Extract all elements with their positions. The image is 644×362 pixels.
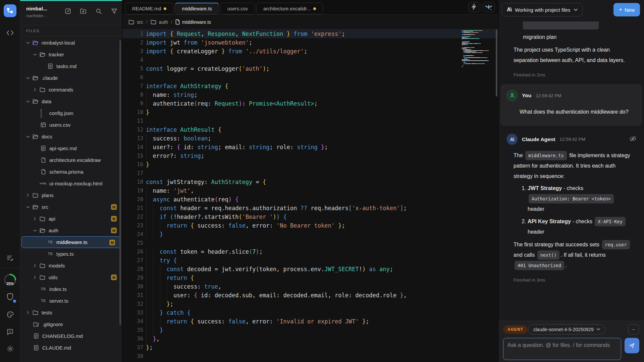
code-line-10[interactable]: 10}	[122, 108, 498, 117]
tree-folder-tracker[interactable]: tracker	[20, 49, 122, 60]
composer-more-button[interactable]: --	[628, 324, 639, 335]
security-shield-icon[interactable]	[0, 290, 20, 303]
tree-file-config.json[interactable]: { }config.json	[20, 107, 122, 119]
chevron-down-icon[interactable]	[25, 100, 30, 103]
chevron-down-icon[interactable]	[25, 135, 30, 138]
tree-folder-tests[interactable]: tests	[20, 307, 122, 318]
code-line-27[interactable]: 27 try {	[122, 256, 498, 265]
chevron-down-icon[interactable]	[33, 53, 37, 56]
code-line-32[interactable]: 32 };	[122, 300, 498, 308]
sidebar-scrollbar[interactable]	[119, 40, 121, 325]
app-logo[interactable]	[4, 4, 16, 17]
breadcrumb-src[interactable]: src	[128, 19, 143, 25]
feedback-icon[interactable]	[0, 325, 20, 339]
code-line-37[interactable]: 37};	[122, 343, 498, 352]
chevron-right-icon[interactable]	[33, 264, 37, 267]
tree-folder-plans[interactable]: plans	[20, 189, 122, 201]
context-usage-ring[interactable]: 25%	[0, 273, 20, 287]
model-selector[interactable]: claude-sonnet-4-5-20250929	[528, 324, 605, 335]
settings-gear-icon[interactable]	[0, 342, 20, 355]
tab-architecture.excalidr...[interactable]: architecture.excalidr...	[256, 3, 323, 14]
edits-log-icon[interactable]	[0, 251, 20, 265]
tab-users.csv[interactable]: users.csv	[220, 3, 255, 14]
breadcrumb-middleware.ts[interactable]: middleware.ts	[175, 19, 211, 25]
code-line-22[interactable]: 22 if (!header?.startsWith('Bearer ')) {	[122, 213, 498, 221]
tab-middleware.ts[interactable]: middleware.ts	[175, 3, 219, 14]
tree-file-.gitignore[interactable]: .gitignore	[20, 318, 122, 330]
more-actions-icon[interactable]: •••	[485, 3, 493, 10]
code-line-13[interactable]: 13 success: boolean;	[122, 134, 498, 143]
search-icon[interactable]	[95, 8, 102, 14]
tree-file-index.ts[interactable]: TSindex.ts	[20, 283, 122, 295]
tree-file-server.ts[interactable]: TSserver.ts	[20, 295, 122, 307]
code-line-11[interactable]: 11	[122, 117, 498, 125]
chevron-down-icon[interactable]	[33, 229, 37, 232]
chevron-right-icon[interactable]	[33, 276, 37, 279]
code-line-17[interactable]: 17	[122, 169, 498, 178]
code-line-4[interactable]: 4	[122, 56, 498, 64]
code-line-33[interactable]: 33 } catch {	[122, 308, 498, 317]
code-line-18[interactable]: 18const jwtStrategy: AuthStrategy = {	[122, 178, 498, 186]
tree-file-users.csv[interactable]: users.csv	[20, 119, 122, 131]
code-line-3[interactable]: 3import { createLogger } from '../utils/…	[122, 47, 498, 56]
minimap[interactable]	[462, 30, 493, 68]
code-line-21[interactable]: 21 const header = req.headers.authorizat…	[122, 204, 498, 213]
code-line-26[interactable]: 26 const token = header.slice(7);	[122, 247, 498, 256]
code-area[interactable]: 1import { Request, Response, NextFunctio…	[122, 29, 498, 362]
editor-scrollbar[interactable]	[496, 29, 497, 97]
code-line-28[interactable]: 28 const decoded = jwt.verify(token, pro…	[122, 265, 498, 274]
tree-folder-data[interactable]: data	[20, 96, 122, 107]
code-line-9[interactable]: 9 authenticate(req: Request): Promise<Au…	[122, 99, 498, 108]
code-line-12[interactable]: 12interface AuthResult {	[122, 125, 498, 134]
tree-folder-docs[interactable]: docs	[20, 131, 122, 142]
tree-file-ui-mockup.mockup.html[interactable]: HTMLui-mockup.mockup.html	[20, 178, 122, 189]
breadcrumb-auth[interactable]: auth	[151, 19, 168, 25]
code-line-15[interactable]: 15 error?: string;	[122, 152, 498, 160]
tree-file-CLAUDE.md[interactable]: CLAUDE.md	[20, 342, 122, 354]
tab-README.md[interactable]: README.md	[125, 3, 173, 14]
chat-input[interactable]	[503, 338, 621, 360]
code-line-19[interactable]: 19 name: 'jwt',	[122, 186, 498, 195]
new-file-icon[interactable]	[64, 8, 71, 14]
code-line-34[interactable]: 34 return { success: false, error: 'Inva…	[122, 317, 498, 326]
quick-action-bolt-icon[interactable]	[471, 3, 477, 10]
tree-folder-nimbalyst-local[interactable]: nimbalyst-local	[20, 37, 122, 49]
tree-file-CHANGELOG.md[interactable]: CHANGELOG.md	[20, 330, 122, 342]
chevron-right-icon[interactable]	[33, 88, 37, 92]
theme-palette-icon[interactable]	[0, 308, 20, 321]
code-line-7[interactable]: 7interface AuthStrategy {	[122, 82, 498, 90]
chevron-right-icon[interactable]	[25, 193, 30, 197]
chevron-down-icon[interactable]	[25, 206, 30, 208]
tree-folder-models[interactable]: models	[20, 260, 122, 272]
code-line-14[interactable]: 14 user?: { id: string; email: string; r…	[122, 143, 498, 152]
code-line-29[interactable]: 29 return {	[122, 274, 498, 282]
hide-message-icon[interactable]	[629, 136, 637, 142]
code-line-25[interactable]: 25	[122, 239, 498, 247]
code-line-23[interactable]: 23 return { success: false, error: 'No B…	[122, 221, 498, 230]
chevron-down-icon[interactable]	[25, 77, 30, 79]
tree-file-middleware.ts[interactable]: TSmiddleware.tsM	[21, 236, 121, 248]
tree-folder-commands[interactable]: commands	[20, 84, 122, 96]
tree-folder-auth[interactable]: authM	[20, 225, 122, 236]
message-list[interactable]: migration plan The project uses TypeScri…	[498, 20, 644, 321]
chevron-down-icon[interactable]	[25, 42, 30, 44]
code-line-1[interactable]: 1import { Request, Response, NextFunctio…	[122, 29, 498, 38]
tree-folder-utils[interactable]: utilsM	[20, 272, 122, 283]
conversation-selector[interactable]: A\ Working with project files	[502, 3, 583, 16]
code-line-31[interactable]: 31 user: { id: decoded.sub, email: decod…	[122, 291, 498, 300]
tree-file-architecture.excalidraw[interactable]: architecture.excalidraw	[20, 154, 122, 166]
code-line-5[interactable]: 5const logger = createLogger('auth');	[122, 64, 498, 73]
tree-file-schema.prisma[interactable]: schema.prisma	[20, 166, 122, 178]
code-line-8[interactable]: 8 name: string;	[122, 90, 498, 99]
code-line-38[interactable]: 38	[122, 352, 498, 361]
tree-folder-src[interactable]: srcM	[20, 201, 122, 213]
code-line-36[interactable]: 36 },	[122, 335, 498, 343]
code-line-16[interactable]: 16}	[122, 160, 498, 169]
code-line-30[interactable]: 30 success: true,	[122, 282, 498, 291]
new-folder-icon[interactable]	[80, 8, 87, 14]
code-line-20[interactable]: 20 async authenticate(req) {	[122, 195, 498, 204]
chevron-right-icon[interactable]	[33, 217, 37, 221]
send-button[interactable]	[625, 338, 639, 353]
tree-file-types.ts[interactable]: TStypes.ts	[20, 248, 122, 260]
tree-folder-api[interactable]: apiM	[20, 213, 122, 225]
